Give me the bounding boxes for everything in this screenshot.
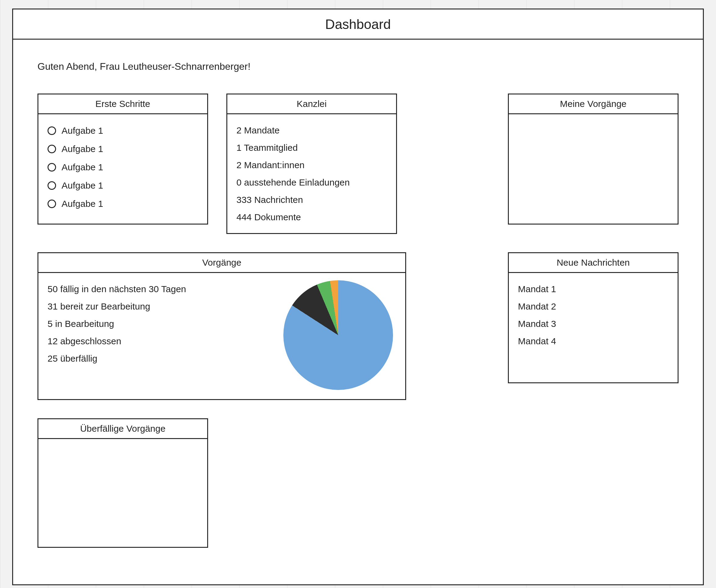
task-label: Aufgabe 1 [62, 158, 103, 176]
kanzlei-stat: 2 Mandant:innen [236, 156, 387, 174]
card-neue-title: Neue Nachrichten [509, 253, 678, 273]
card-ueberfaellig-title: Überfällige Vorgänge [38, 419, 207, 439]
card-ueberfaellig-body [38, 439, 207, 454]
vorgaenge-stat: 31 bereit zur Bearbeitung [47, 298, 271, 315]
card-vorgaenge-title: Vorgänge [38, 253, 405, 273]
task-label: Aufgabe 1 [62, 122, 103, 140]
circle-icon [47, 126, 56, 135]
dashboard-page: Dashboard Guten Abend, Frau Leutheuser-S… [12, 8, 704, 585]
kanzlei-stat: 333 Nachrichten [236, 191, 387, 208]
task-label: Aufgabe 1 [62, 140, 103, 158]
task-item[interactable]: Aufgabe 1 [47, 140, 198, 158]
page-content: Guten Abend, Frau Leutheuser-Schnarrenbe… [13, 40, 703, 584]
circle-icon [47, 200, 56, 208]
task-item[interactable]: Aufgabe 1 [47, 122, 198, 140]
kanzlei-stat: 0 ausstehende Einladungen [236, 174, 387, 191]
vorgaenge-list: 50 fällig in den nächsten 30 Tagen 31 be… [47, 280, 271, 367]
pie-chart-icon [283, 280, 393, 390]
vorgaenge-pie-chart [283, 280, 393, 390]
card-neue-nachrichten: Neue Nachrichten Mandat 1 Mandat 2 Manda… [508, 252, 678, 383]
card-erste-schritte: Erste Schritte Aufgabe 1 Aufgabe 1 Aufga… [38, 93, 208, 225]
card-vorgaenge-body: 50 fällig in den nächsten 30 Tagen 31 be… [38, 273, 405, 399]
card-meine-body [509, 114, 678, 129]
row-2: Vorgänge 50 fällig in den nächsten 30 Ta… [38, 252, 678, 400]
nachricht-item[interactable]: Mandat 4 [518, 332, 669, 350]
card-meine-title: Meine Vorgänge [509, 94, 678, 114]
card-neue-body: Mandat 1 Mandat 2 Mandat 3 Mandat 4 [509, 273, 678, 357]
vorgaenge-stat: 5 in Bearbeitung [47, 315, 271, 332]
task-item[interactable]: Aufgabe 1 [47, 195, 198, 213]
card-ueberfaellige-vorgaenge: Überfällige Vorgänge [38, 418, 208, 548]
nachricht-item[interactable]: Mandat 2 [518, 298, 669, 315]
nachricht-item[interactable]: Mandat 3 [518, 315, 669, 332]
row-3: Überfällige Vorgänge [38, 418, 678, 548]
task-label: Aufgabe 1 [62, 195, 103, 213]
kanzlei-stat: 444 Dokumente [236, 208, 387, 226]
kanzlei-stat: 1 Teammitglied [236, 139, 387, 156]
card-meine-vorgaenge: Meine Vorgänge [508, 93, 678, 225]
nachricht-item[interactable]: Mandat 1 [518, 280, 669, 298]
card-kanzlei-title: Kanzlei [227, 94, 396, 114]
task-item[interactable]: Aufgabe 1 [47, 158, 198, 176]
vorgaenge-stat: 12 abgeschlossen [47, 332, 271, 350]
task-label: Aufgabe 1 [62, 176, 103, 195]
card-erste-title: Erste Schritte [38, 94, 207, 114]
card-kanzlei-body: 2 Mandate 1 Teammitglied 2 Mandant:innen… [227, 114, 396, 233]
kanzlei-stat: 2 Mandate [236, 122, 387, 139]
card-vorgaenge: Vorgänge 50 fällig in den nächsten 30 Ta… [38, 252, 406, 400]
vorgaenge-stat: 25 überfällig [47, 350, 271, 367]
card-kanzlei: Kanzlei 2 Mandate 1 Teammitglied 2 Manda… [226, 93, 397, 234]
circle-icon [47, 145, 56, 153]
row-1: Erste Schritte Aufgabe 1 Aufgabe 1 Aufga… [38, 93, 678, 234]
task-item[interactable]: Aufgabe 1 [47, 176, 198, 195]
card-erste-body: Aufgabe 1 Aufgabe 1 Aufgabe 1 Aufgabe 1 [38, 114, 207, 220]
page-title: Dashboard [13, 9, 703, 40]
vorgaenge-stat: 50 fällig in den nächsten 30 Tagen [47, 280, 271, 298]
circle-icon [47, 181, 56, 190]
circle-icon [47, 163, 56, 171]
greeting-text: Guten Abend, Frau Leutheuser-Schnarrenbe… [38, 61, 678, 72]
